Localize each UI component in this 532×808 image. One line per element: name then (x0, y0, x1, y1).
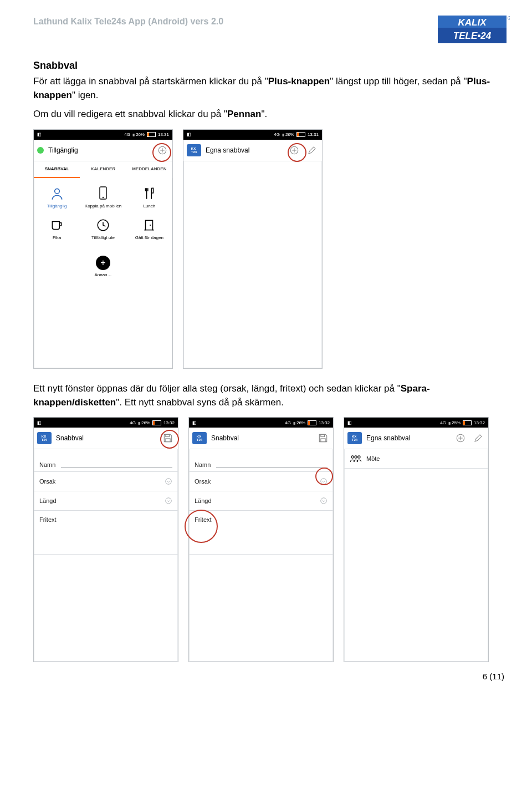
cell-koppla[interactable]: Koppla på mobilen (80, 181, 126, 213)
screenshot-home: ◧ 4G26%13:31 Tillgänglig SNABBVAL KALEND… (33, 129, 173, 369)
app-bar: KXT24 Egna snabbval (344, 428, 488, 449)
svg-point-24 (358, 456, 360, 458)
appbar-title: Egna snabbval (206, 146, 249, 154)
kalix-logo: KALIX TELE•24 ® (438, 16, 510, 47)
section-title-snabbval: Snabbval (33, 60, 499, 72)
tab-meddelanden[interactable]: MEDDELANDEN (126, 161, 172, 178)
plus-fab-icon[interactable]: + (96, 256, 110, 270)
svg-rect-13 (166, 435, 170, 437)
save-disk-icon[interactable] (316, 431, 330, 445)
svg-point-22 (351, 456, 354, 458)
app-bar: KXT24 Egna snabbval (183, 140, 322, 161)
svg-text:KALIX: KALIX (458, 17, 488, 28)
svg-point-8 (103, 197, 104, 198)
cell-fika[interactable]: Fika (34, 213, 80, 245)
field-langd[interactable]: Längd (34, 491, 178, 511)
app-bar: KXT24 Snabbval (34, 428, 178, 449)
svg-rect-14 (166, 439, 170, 442)
field-fritext[interactable]: Fritext (34, 511, 178, 555)
page-number: 6 (11) (483, 672, 504, 681)
status-text: Tillgänglig (48, 146, 78, 154)
screenshot-form-save: ◧ 4G26%13:32 KXT24 Snabbval Namn Orsak L (33, 417, 178, 662)
cell-tillganglig[interactable]: Tillgänglig (34, 181, 80, 213)
svg-point-23 (355, 456, 357, 458)
chevron-down-icon (320, 497, 328, 505)
screenshot-egna-empty: ◧ 4G26%13:31 KXT24 Egna snabbval (183, 129, 323, 369)
cell-annan[interactable]: + Annan… (80, 251, 126, 282)
svg-point-16 (166, 498, 172, 504)
status-bar: ◧ 4G26%13:31 (34, 130, 172, 140)
screenshot-egna-result: ◧ 4G25%13:32 KXT24 Egna snabbval Möte (344, 417, 489, 662)
cup-icon (49, 217, 65, 233)
field-orsak[interactable]: Orsak (34, 472, 178, 491)
field-orsak[interactable]: Orsak (189, 472, 333, 491)
svg-rect-10 (146, 220, 153, 230)
svg-point-6 (54, 189, 59, 194)
app-bar: KXT24 Snabbval (189, 428, 333, 449)
field-fritext[interactable]: Fritext (189, 511, 333, 555)
chevron-down-icon (165, 497, 172, 505)
chevron-down-icon (320, 477, 328, 485)
tab-snabbval[interactable]: SNABBVAL (34, 161, 80, 178)
tab-kalender[interactable]: KALENDER (80, 161, 126, 178)
svg-point-20 (321, 498, 327, 504)
appbar-title: Snabbval (211, 434, 239, 442)
doc-header: Lathund Kalix Tele24s App (Android) vers… (33, 17, 499, 27)
app-bar: Tillgänglig (34, 140, 172, 161)
plus-icon[interactable] (288, 144, 301, 157)
save-disk-icon[interactable] (161, 431, 175, 445)
list-item-mote[interactable]: Möte (344, 449, 488, 469)
field-namn[interactable]: Namn (189, 449, 333, 472)
person-icon (49, 186, 65, 201)
plus-icon[interactable] (156, 144, 169, 157)
svg-point-11 (150, 225, 151, 226)
appbar-title: Egna snabbval (366, 434, 410, 442)
field-namn[interactable]: Namn (34, 449, 178, 472)
meeting-icon (350, 454, 362, 464)
status-bar: ◧ 4G26%13:32 (189, 418, 333, 428)
pencil-icon[interactable] (472, 431, 485, 445)
status-bar: ◧ 4G25%13:32 (344, 418, 488, 428)
chevron-down-icon (165, 477, 172, 485)
cell-gatt[interactable]: Gått för dagen (126, 213, 172, 245)
clock-icon (95, 217, 111, 233)
app-badge-icon: KXT24 (192, 432, 207, 444)
cell-tillfalligt[interactable]: Tillfälligt ute (80, 213, 126, 245)
plus-icon[interactable] (454, 431, 467, 445)
fork-icon (141, 186, 157, 201)
status-bar: ◧ 4G26%13:32 (34, 418, 178, 428)
paragraph-edit-pencil: Om du vill redigera ett snabbval klickar… (33, 108, 499, 121)
status-dot-icon (37, 147, 44, 154)
door-icon (141, 217, 157, 233)
paragraph-intro-plus: För att lägga in snabbval på startskärme… (33, 75, 499, 102)
status-bar: ◧ 4G26%13:31 (183, 130, 322, 140)
list-item-label: Möte (366, 455, 380, 462)
app-badge-icon: KXT24 (37, 432, 52, 444)
app-badge-icon: KXT24 (347, 432, 362, 444)
phone-icon (95, 186, 111, 201)
cell-lunch[interactable]: Lunch (126, 181, 172, 213)
appbar-title: Snabbval (56, 434, 84, 442)
tab-bar: SNABBVAL KALENDER MEDDELANDEN (34, 161, 172, 178)
svg-rect-17 (321, 435, 325, 437)
svg-point-19 (321, 479, 327, 485)
paragraph-form-save: Ett nytt fönster öppnas där du följer al… (33, 382, 499, 409)
app-badge-icon: KXT24 (187, 144, 201, 156)
svg-text:TELE•24: TELE•24 (453, 31, 492, 41)
svg-rect-18 (321, 439, 325, 442)
quick-grid: Tillgänglig Koppla på mobilen Lunch Fika… (34, 178, 172, 248)
svg-text:®: ® (508, 16, 510, 21)
pencil-icon[interactable] (305, 144, 319, 157)
screenshot-form-fields: ◧ 4G26%13:32 KXT24 Snabbval Namn Orsak L (188, 417, 334, 662)
field-langd[interactable]: Längd (189, 491, 333, 511)
svg-point-15 (166, 479, 172, 485)
